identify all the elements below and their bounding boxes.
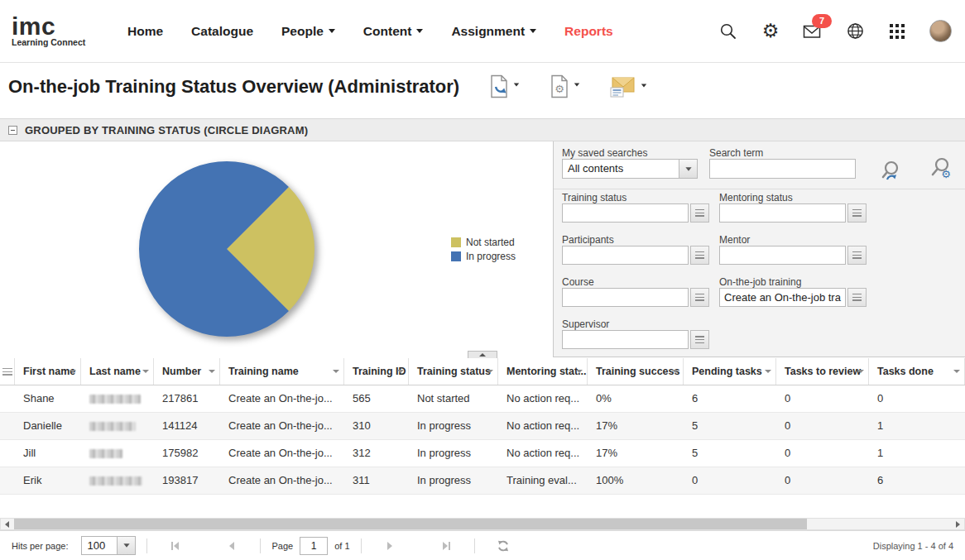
filter-picker-button[interactable] [690, 246, 709, 265]
nav-item-home[interactable]: Home [127, 24, 163, 39]
nav-item-reports[interactable]: Reports [564, 24, 613, 39]
column-header-training-status[interactable]: Training status [409, 358, 498, 385]
filter-input[interactable] [719, 203, 846, 223]
nav-item-catalogue[interactable]: Catalogue [191, 24, 253, 39]
filter-input[interactable] [562, 288, 689, 307]
displaying-range-label: Displaying 1 - 4 of 4 [873, 541, 953, 551]
filter-picker-button[interactable] [690, 203, 709, 223]
column-header-last-name[interactable]: Last name [81, 358, 154, 385]
column-menu-icon[interactable] [70, 370, 76, 373]
column-menu-icon[interactable] [209, 370, 215, 373]
refresh-icon[interactable] [492, 537, 514, 555]
table-row[interactable]: Erik193817Create an On-the-jo...311In pr… [0, 467, 965, 495]
messages-icon[interactable]: 7 [803, 22, 823, 41]
pie-chart[interactable] [131, 153, 323, 345]
search-icon[interactable] [718, 22, 738, 41]
saved-searches-select[interactable]: All contents [562, 159, 698, 179]
column-header-mentoring-stat[interactable]: Mentoring stat... [498, 358, 588, 385]
filter-picker-button[interactable] [690, 288, 709, 307]
column-header-training-success[interactable]: Training success [588, 358, 684, 385]
filter-input[interactable] [562, 246, 689, 265]
settings-gear-icon[interactable]: ⚙ [761, 22, 780, 41]
cell-tasks-to-review: 0 [776, 385, 869, 412]
page-of-label: of 1 [334, 541, 349, 551]
filter-label: Course [562, 276, 594, 288]
filter-picker-button[interactable] [847, 246, 867, 265]
scroll-right-icon[interactable] [952, 519, 964, 529]
filter-picker-button[interactable] [690, 330, 709, 349]
column-header-pending-tasks[interactable]: Pending tasks [684, 358, 776, 385]
page-label: Page [271, 541, 293, 551]
column-header-number[interactable]: Number [154, 358, 220, 385]
report-settings-button[interactable]: ⚙ [550, 74, 580, 99]
message-count-badge: 7 [812, 14, 832, 28]
column-menu-icon[interactable] [953, 370, 960, 373]
filter-input[interactable] [562, 203, 689, 223]
run-search-icon[interactable] [879, 160, 904, 188]
column-menu-icon[interactable] [765, 370, 771, 373]
report-toolbar: ⚙ [489, 74, 647, 99]
filter-field-course [562, 288, 709, 307]
cell-training-status: In progress [409, 467, 498, 494]
page-number-input[interactable] [300, 537, 328, 555]
filter-picker-button[interactable] [847, 203, 867, 223]
scroll-left-icon[interactable] [1, 519, 13, 529]
filter-input[interactable] [562, 330, 689, 349]
nav-item-content[interactable]: Content [363, 24, 424, 39]
panel-collapse-handle[interactable] [468, 351, 497, 358]
saved-searches-dropdown-button[interactable] [679, 160, 697, 178]
apps-grid-icon[interactable] [887, 22, 907, 41]
table-row[interactable]: Danielle141124Create an On-the-jo...310I… [0, 413, 965, 440]
filter-picker-button[interactable] [847, 288, 867, 307]
column-header-training-name[interactable]: Training name [220, 358, 344, 385]
column-menu-icon[interactable] [857, 370, 864, 373]
list-picker-icon [695, 294, 704, 301]
cell-training-name: Create an On-the-jo... [220, 467, 344, 494]
group-section-header[interactable]: GROUPED BY TRAINING STATUS (CIRCLE DIAGR… [0, 118, 965, 141]
filter-input[interactable] [719, 246, 846, 265]
column-menu-icon[interactable] [333, 370, 339, 373]
column-header-first-name[interactable]: First name [15, 358, 81, 385]
chevron-down-icon [329, 29, 335, 33]
saved-searches-label: My saved searches [562, 147, 647, 159]
export-report-button[interactable] [489, 74, 520, 99]
column-menu-icon[interactable] [397, 370, 404, 373]
imc-logo[interactable]: imc Learning Connect [12, 16, 103, 47]
hits-per-page-select[interactable]: 100 [81, 536, 136, 555]
horizontal-scrollbar[interactable] [0, 518, 965, 530]
search-settings-icon[interactable]: ⚙ [928, 156, 954, 186]
column-header-tasks-to-review[interactable]: Tasks to review [776, 358, 869, 385]
next-page-button[interactable] [379, 537, 401, 555]
redacted-last-name [89, 476, 142, 486]
hits-dropdown-button[interactable] [117, 537, 135, 554]
filter-input[interactable]: Create an On-the-job tra [719, 288, 846, 307]
filter-label: On-the-job training [719, 276, 801, 288]
first-page-button[interactable] [165, 537, 186, 555]
table-row[interactable]: Shane217861Create an On-the-jo...565Not … [0, 385, 965, 413]
list-picker-icon [852, 251, 862, 259]
cell-pending-tasks: 6 [684, 385, 776, 412]
nav-item-people[interactable]: People [281, 24, 335, 39]
collapse-section-icon[interactable] [8, 126, 17, 135]
cell-training-success: 100% [588, 467, 684, 494]
filter-field-training-status [562, 203, 709, 223]
column-menu-icon[interactable] [142, 370, 149, 373]
column-header-training-id[interactable]: Training ID [344, 358, 409, 385]
cell-mentoring-stat: No action req... [498, 385, 588, 412]
pagination-bar: Hits per page: 100 Page of 1 Displaying … [0, 530, 965, 560]
language-globe-icon[interactable] [845, 22, 865, 41]
column-header-tasks-done[interactable]: Tasks done [869, 358, 965, 385]
row-handle-column[interactable] [0, 358, 15, 385]
column-menu-icon[interactable] [487, 370, 493, 373]
search-term-input[interactable] [709, 159, 856, 179]
table-row[interactable]: Jill175982Create an On-the-jo...312In pr… [0, 440, 965, 467]
nav-item-assignment[interactable]: Assignment [451, 24, 536, 39]
column-menu-icon[interactable] [672, 370, 679, 373]
column-menu-icon[interactable] [576, 370, 583, 373]
filter-field-participants [562, 246, 709, 265]
scrollbar-thumb[interactable] [14, 519, 807, 529]
user-avatar[interactable] [929, 20, 952, 42]
email-report-button[interactable] [610, 75, 647, 98]
previous-page-button[interactable] [221, 537, 242, 555]
last-page-button[interactable] [435, 537, 457, 555]
